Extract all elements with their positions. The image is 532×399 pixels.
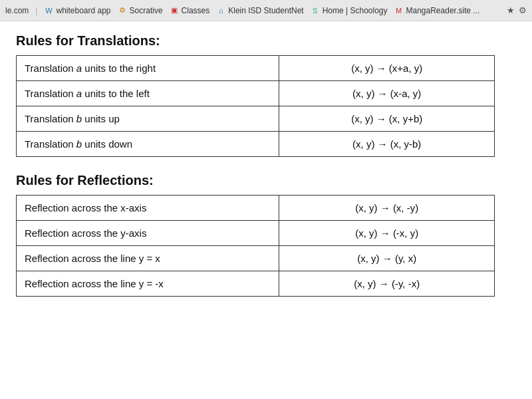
tab-klein[interactable]: ⌂ Klein ISD StudentNet [216, 6, 303, 15]
translation-description: Translation b units down [17, 132, 279, 157]
star-icon[interactable]: ★ [507, 5, 515, 15]
table-row: Translation a units to the left(x, y) → … [17, 81, 495, 106]
table-row: Translation b units up(x, y) → (x, y+b) [17, 106, 495, 132]
translation-formula: (x, y) → (x, y-b) [279, 132, 495, 157]
tab-classes-label: Classes [182, 6, 210, 15]
reflection-description: Reflection across the x-axis [17, 196, 279, 221]
table-row: Reflection across the line y = -x(x, y) … [17, 271, 495, 297]
translation-description: Translation a units to the right [17, 56, 279, 81]
tab-whiteboard[interactable]: W whiteboard app [44, 6, 110, 15]
reflection-description: Reflection across the line y = -x [17, 271, 279, 297]
tab-classes[interactable]: ▣ Classes [170, 6, 210, 15]
tab-manga-label: MangaReader.site ... [406, 6, 480, 15]
translation-description: Translation b units up [17, 106, 279, 132]
tab-klein-label: Klein ISD StudentNet [228, 6, 303, 15]
reflection-formula: (x, y) → (y, x) [279, 246, 495, 271]
reflection-formula: (x, y) → (-y, -x) [279, 271, 495, 297]
classes-icon: ▣ [170, 6, 179, 15]
translation-formula: (x, y) → (x+a, y) [279, 56, 495, 81]
main-content: Rules for Translations: Translation a un… [0, 21, 532, 399]
translations-title: Rules for Translations: [16, 33, 516, 49]
settings-icon[interactable]: ⚙ [519, 5, 527, 15]
browser-toolbar: le.com | W whiteboard app ⚙ Socrative ▣ … [0, 0, 532, 21]
tab-socrative[interactable]: ⚙ Socrative [118, 6, 163, 15]
table-row: Translation b units down(x, y) → (x, y-b… [17, 132, 495, 157]
translations-table: Translation a units to the right(x, y) →… [16, 55, 495, 157]
whiteboard-icon: W [44, 6, 53, 15]
table-row: Translation a units to the right(x, y) →… [17, 56, 495, 81]
translation-description: Translation a units to the left [17, 81, 279, 106]
reflection-description: Reflection across the y-axis [17, 221, 279, 246]
tab-schoology-label: Home | Schoology [323, 6, 388, 15]
translation-formula: (x, y) → (x, y+b) [279, 106, 495, 132]
table-row: Reflection across the x-axis(x, y) → (x,… [17, 196, 495, 221]
tab-le-com[interactable]: le.com [5, 6, 29, 15]
table-row: Reflection across the line y = x(x, y) →… [17, 246, 495, 271]
table-row: Reflection across the y-axis(x, y) → (-x… [17, 221, 495, 246]
reflections-table: Reflection across the x-axis(x, y) → (x,… [16, 195, 495, 297]
translation-formula: (x, y) → (x-a, y) [279, 81, 495, 106]
tab-whiteboard-label: whiteboard app [56, 6, 110, 15]
toolbar-actions: ★ ⚙ [507, 5, 527, 15]
socrative-icon: ⚙ [118, 6, 127, 15]
tab-socrative-label: Socrative [130, 6, 163, 15]
reflection-formula: (x, y) → (x, -y) [279, 196, 495, 221]
klein-icon: ⌂ [216, 6, 225, 15]
schoology-icon: S [311, 6, 320, 15]
manga-icon: M [394, 6, 404, 15]
reflections-title: Rules for Reflections: [16, 173, 516, 188]
tab-manga[interactable]: M MangaReader.site ... [394, 6, 480, 15]
tab-le-com-label: le.com [5, 6, 29, 15]
reflection-formula: (x, y) → (-x, y) [279, 221, 495, 246]
reflection-description: Reflection across the line y = x [17, 246, 279, 271]
tab-schoology[interactable]: S Home | Schoology [311, 6, 388, 15]
